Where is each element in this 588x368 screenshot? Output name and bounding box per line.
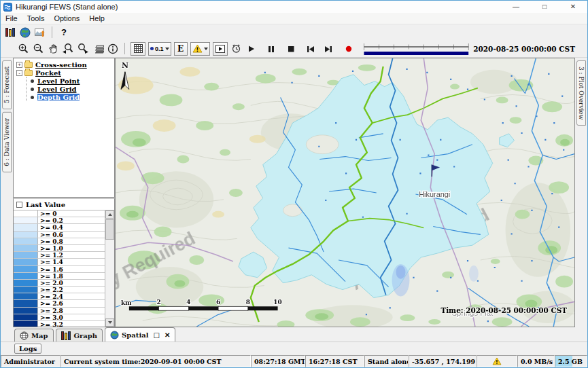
zoom-out-button[interactable] [31, 42, 45, 55]
folder-icon [24, 62, 33, 68]
legend-row[interactable]: >= 0.4 [14, 224, 105, 231]
legend-row[interactable]: >= 0.8 [14, 238, 105, 245]
map-display-button[interactable] [18, 26, 32, 39]
image-export-icon [35, 27, 46, 38]
legend-row[interactable]: >= 1.4 [14, 259, 105, 265]
legend-row[interactable]: >= 1.8 [14, 273, 105, 280]
maximize-button[interactable]: □ [530, 1, 559, 13]
record-button[interactable] [342, 42, 356, 55]
tree-node-pocket[interactable]: - Pocket [16, 69, 114, 77]
legend-row[interactable]: >= 2.6 [14, 300, 105, 307]
tree-leaf-level-grid[interactable]: Level Grid [28, 85, 114, 93]
legend-row[interactable]: >= 3.2 [14, 321, 105, 327]
node-bullet-icon [31, 79, 34, 83]
filters-tree[interactable]: + Cross-section - Pocket Level Point Lev… [13, 58, 115, 198]
town-label: Hikurangi [419, 190, 450, 198]
pause-icon [267, 45, 275, 53]
menu-tools[interactable]: Tools [22, 14, 50, 22]
info-button[interactable] [106, 42, 120, 55]
tab-maximize-icon[interactable]: □ [154, 331, 160, 339]
export-image-button[interactable] [33, 26, 47, 39]
timeline-slider[interactable] [363, 41, 470, 56]
zoom-in-button[interactable] [16, 42, 30, 55]
legend-row[interactable]: >= 1.2 [14, 252, 105, 259]
tree-node-label: Cross-section [35, 61, 87, 69]
legend-row[interactable]: >= 1.6 [14, 266, 105, 273]
legend-row[interactable]: >= 2.0 [14, 280, 105, 287]
menu-help[interactable]: Help [84, 14, 109, 22]
scroll-up-arrow[interactable] [105, 210, 114, 219]
grid-display-button[interactable] [131, 42, 145, 56]
legend-swatch [14, 238, 38, 244]
reset-time-button[interactable] [230, 42, 243, 55]
status-warning[interactable] [477, 355, 517, 367]
legend-scrollbar[interactable] [105, 210, 114, 327]
labels-toggle-button[interactable]: E [174, 42, 188, 56]
legend-row[interactable]: >= 3.0 [14, 314, 105, 321]
menu-file[interactable]: File [1, 14, 22, 22]
step-forward-button[interactable] [322, 42, 336, 55]
bottom-tab-bar: Map Graph Spatial □ ✕ [1, 327, 587, 342]
stop-button[interactable] [284, 42, 298, 55]
scale-threshold-dropdown[interactable]: 0.1 [148, 42, 171, 56]
menu-options[interactable]: Options [49, 14, 84, 22]
zoom-next-button[interactable] [76, 42, 90, 55]
tab-data-viewer[interactable]: 6 : Data Viewer [2, 112, 12, 172]
tree-leaf-depth-grid-selected[interactable]: Depth Grid [28, 93, 114, 101]
map-canvas[interactable]: API Key Required API Key Required [115, 58, 575, 327]
legend-row[interactable]: >= 1.0 [14, 245, 105, 252]
app-window: Hikurangi FEWS (Stand alone) — □ ✕ File … [0, 0, 588, 368]
collapse-toggle[interactable]: - [16, 70, 22, 76]
scroll-down-arrow[interactable] [105, 318, 114, 327]
layers-button[interactable] [91, 42, 105, 55]
warning-triangle-icon [492, 357, 502, 365]
tab-forecast[interactable]: 5 : Forecast [2, 60, 12, 109]
zoom-in-icon [18, 43, 29, 54]
tree-leaf-level-point[interactable]: Level Point [28, 77, 114, 85]
close-button[interactable]: ✕ [559, 1, 587, 13]
legend-row[interactable]: >= 2.2 [14, 287, 105, 293]
timeline-datetime: 2020-08-25 00:00:00 CST [473, 45, 575, 53]
legend-row[interactable]: >= 0.6 [14, 232, 105, 238]
legend-swatch [14, 266, 38, 272]
scroll-thumb[interactable] [105, 219, 114, 240]
legend-row[interactable]: >= 0 [14, 210, 105, 217]
status-mode: Stand alone [364, 355, 409, 367]
logs-button[interactable]: Logs [14, 344, 41, 354]
svg-text:4: 4 [186, 299, 190, 306]
step-back-button[interactable] [304, 42, 317, 55]
status-system-time: Current system time:2020-09-01 00:00 CST [60, 355, 251, 367]
tab-map[interactable]: Map [14, 329, 54, 342]
legend-swatch [14, 259, 38, 265]
legend-class-list: >= 0 >= 0.2 >= 0.4 >= 0.6 >= 0.8 >= 1.0 … [14, 210, 105, 327]
folder-icon [24, 70, 33, 76]
minimize-button[interactable]: — [502, 1, 530, 13]
tab-graph[interactable]: Graph [56, 329, 103, 342]
legend-swatch [14, 308, 38, 314]
zoom-previous-button[interactable] [61, 42, 75, 55]
svg-text:8: 8 [246, 299, 250, 306]
pause-button[interactable] [264, 42, 278, 55]
logs-row: Logs [1, 342, 587, 355]
legend-row[interactable]: >= 0.2 [14, 217, 105, 224]
last-value-checkbox[interactable] [16, 202, 22, 208]
legend-row[interactable]: >= 2.8 [14, 308, 105, 314]
pan-button[interactable] [46, 42, 60, 55]
node-bullet-icon [31, 88, 34, 91]
step-forward-icon [324, 45, 333, 53]
tab-spatial[interactable]: Spatial □ ✕ [105, 327, 175, 342]
status-user: Administrator [1, 355, 60, 367]
legend-swatch [14, 287, 38, 293]
animation-export-button[interactable] [213, 42, 228, 56]
timeline-track [363, 41, 470, 56]
zoom-next-icon [77, 43, 89, 54]
tab-close-icon[interactable]: ✕ [165, 331, 170, 339]
database-explorer-button[interactable] [3, 26, 17, 39]
expand-toggle[interactable]: + [16, 62, 22, 68]
legend-row[interactable]: >= 2.4 [14, 293, 105, 300]
help-button[interactable]: ? [57, 26, 71, 39]
play-button[interactable] [245, 42, 258, 55]
warnings-dropdown-button[interactable] [190, 42, 210, 56]
tree-node-cross-section[interactable]: + Cross-section [16, 60, 114, 69]
tab-plot-overview[interactable]: 3 : Plot Overview [576, 60, 586, 126]
